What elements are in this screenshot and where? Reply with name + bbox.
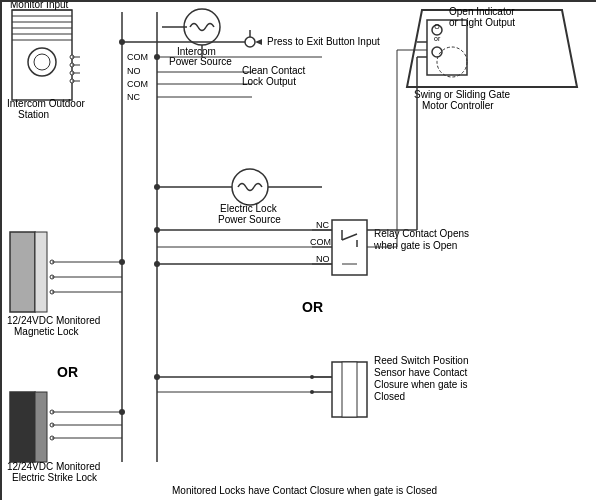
svg-text:Power Source: Power Source: [169, 56, 232, 67]
svg-text:Closed: Closed: [374, 391, 405, 402]
svg-text:NC: NC: [127, 92, 140, 102]
svg-point-128: [119, 259, 125, 265]
svg-text:12/24VDC Monitored: 12/24VDC Monitored: [7, 461, 100, 472]
svg-text:Clean Contact: Clean Contact: [242, 65, 306, 76]
svg-point-125: [154, 261, 160, 267]
svg-point-43: [232, 169, 268, 205]
svg-text:Monitor Input: Monitor Input: [10, 2, 69, 10]
svg-text:when gate is Open: when gate is Open: [373, 240, 457, 251]
svg-text:or: or: [434, 35, 441, 42]
svg-text:O: O: [434, 23, 440, 30]
svg-point-123: [154, 184, 160, 190]
svg-text:or Light Output: or Light Output: [449, 17, 515, 28]
svg-text:Lock Output: Lock Output: [242, 76, 296, 87]
wiring-diagram: Monitor Input Intercom Outdoor Station I…: [0, 0, 596, 500]
svg-text:Motor Controller: Motor Controller: [422, 100, 494, 111]
svg-text:COM: COM: [310, 237, 331, 247]
svg-point-126: [154, 374, 160, 380]
svg-text:NO: NO: [316, 254, 330, 264]
svg-text:NO: NO: [127, 66, 141, 76]
svg-rect-49: [35, 232, 47, 312]
svg-text:COM: COM: [127, 52, 148, 62]
svg-text:Intercom Outdoor: Intercom Outdoor: [7, 98, 85, 109]
svg-rect-60: [35, 392, 47, 462]
svg-rect-84: [342, 362, 357, 417]
svg-text:NC: NC: [316, 220, 329, 230]
svg-text:Magnetic Lock: Magnetic Lock: [14, 326, 79, 337]
svg-text:Sensor have Contact: Sensor have Contact: [374, 367, 468, 378]
svg-point-129: [119, 409, 125, 415]
svg-text:12/24VDC Monitored: 12/24VDC Monitored: [7, 315, 100, 326]
svg-point-124: [154, 227, 160, 233]
svg-text:Station: Station: [18, 109, 49, 120]
svg-rect-59: [10, 392, 35, 462]
svg-text:COM: COM: [127, 79, 148, 89]
svg-text:Electric Lock: Electric Lock: [220, 203, 278, 214]
svg-text:Swing or Sliding Gate: Swing or Sliding Gate: [414, 89, 511, 100]
svg-text:Open Indicator: Open Indicator: [449, 6, 515, 17]
svg-text:OR: OR: [57, 364, 78, 380]
svg-point-127: [119, 39, 125, 45]
svg-text:Power Source: Power Source: [218, 214, 281, 225]
svg-rect-48: [10, 232, 35, 312]
svg-point-28: [245, 37, 255, 47]
svg-text:Press to Exit Button Input: Press to Exit Button Input: [267, 36, 380, 47]
svg-point-122: [154, 54, 160, 60]
svg-text:Monitored Locks have Contact C: Monitored Locks have Contact Closure whe…: [172, 485, 437, 496]
svg-text:Closure when gate is: Closure when gate is: [374, 379, 467, 390]
svg-text:Electric Strike Lock: Electric Strike Lock: [12, 472, 98, 483]
svg-point-9: [34, 54, 50, 70]
svg-point-21: [184, 9, 220, 45]
svg-text:Reed Switch Position: Reed Switch Position: [374, 355, 469, 366]
svg-rect-69: [332, 220, 367, 275]
svg-text:OR: OR: [302, 299, 323, 315]
